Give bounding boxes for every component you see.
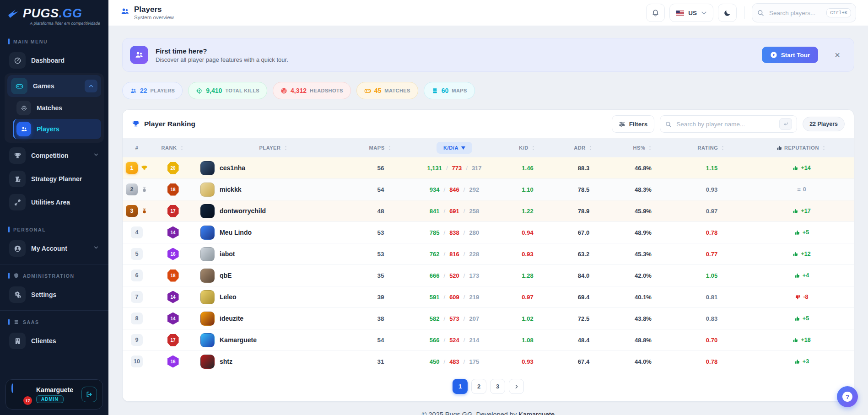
- player-cell[interactable]: mickkk: [195, 183, 353, 197]
- locale-selector[interactable]: US: [669, 4, 713, 22]
- deaths-value: 520: [449, 272, 459, 279]
- sidebar-item-matches[interactable]: Matches: [13, 98, 101, 118]
- sidebar-item-players[interactable]: Players: [13, 119, 101, 139]
- sidebar-item-clientes[interactable]: Clientes: [5, 330, 103, 352]
- next-page-button[interactable]: [509, 379, 524, 394]
- column-header-rating[interactable]: RATING: [674, 145, 749, 151]
- column-header-hs[interactable]: HS%: [612, 145, 674, 151]
- stat-maps[interactable]: 60MAPS: [424, 82, 475, 99]
- stat-matches[interactable]: 45MATCHES: [356, 82, 418, 99]
- column-header-kda[interactable]: K/D/A: [409, 142, 500, 154]
- help-button[interactable]: ?: [837, 386, 858, 407]
- deaths-value: 773: [452, 165, 462, 172]
- rating-cell: 0.97: [674, 208, 749, 215]
- kda-sort-pill[interactable]: K/D/A: [437, 142, 472, 154]
- player-avatar: [200, 247, 215, 261]
- page-button-3[interactable]: 3: [490, 379, 505, 394]
- dark-mode-toggle[interactable]: [718, 4, 737, 22]
- player-cell[interactable]: qbE: [195, 269, 353, 283]
- table-row[interactable]: 814ideuzite38582/573/2071.0272.543.8%0.8…: [123, 307, 854, 329]
- page-button-2[interactable]: 2: [471, 379, 486, 394]
- player-cell[interactable]: dontworrychild: [195, 204, 353, 218]
- users-icon: [16, 122, 31, 136]
- table-row[interactable]: 516iabot53762/816/2280.9363.245.3%0.77+1…: [123, 243, 854, 264]
- section-label-main-menu: MAIN MENU: [0, 35, 108, 48]
- sidebar-item-competition[interactable]: Competition: [5, 145, 103, 167]
- section-accent-bar: [8, 38, 10, 44]
- column-header-maps[interactable]: MAPS: [353, 145, 409, 151]
- search-icon: [757, 9, 764, 16]
- notifications-button[interactable]: [646, 4, 665, 22]
- stat-headshots[interactable]: 4,312HEADSHOTS: [273, 82, 351, 99]
- column-header-rank[interactable]: RANK: [151, 145, 195, 151]
- stat-players[interactable]: 22PLAYERS: [122, 82, 183, 99]
- kd-cell: 1.28: [500, 272, 555, 279]
- table-row[interactable]: 414Meu Lindo53785/838/2800.9467.048.9%0.…: [123, 221, 854, 243]
- table-row[interactable]: 120ces1nha561,131/773/3171.4688.346.8%1.…: [123, 157, 854, 178]
- position-badge: 6: [131, 269, 143, 281]
- sidebar-item-my-account[interactable]: My Account: [5, 237, 103, 259]
- position-cell: 3: [123, 205, 151, 217]
- user-icon: [9, 240, 26, 257]
- player-cell[interactable]: Kamarguete: [195, 333, 353, 347]
- start-tour-button[interactable]: Start Tour: [762, 47, 819, 63]
- table-row[interactable]: 917Kamarguete54566/524/2141.0848.448.8%0…: [123, 329, 854, 350]
- footer: © 2025 Pugs.GG. Developed by Kamarguete: [122, 402, 854, 415]
- search-input[interactable]: [768, 9, 822, 17]
- kda-cell: 841/691/258: [409, 208, 500, 215]
- chevron-up-icon[interactable]: [85, 80, 97, 92]
- rating-cell: 0.81: [674, 294, 749, 301]
- maps-value: 31: [377, 358, 384, 365]
- close-icon[interactable]: ×: [832, 50, 843, 60]
- player-cell[interactable]: ideuzite: [195, 312, 353, 326]
- player-cell[interactable]: iabot: [195, 247, 353, 261]
- column-header-reputation[interactable]: REPUTATION: [749, 145, 854, 151]
- deaths-value: 483: [449, 358, 459, 365]
- sidebar-item-games[interactable]: Games: [7, 75, 101, 97]
- sidebar-item-utilities-area[interactable]: Utilities Area: [5, 191, 103, 213]
- stat-value: 22: [140, 87, 147, 94]
- player-cell[interactable]: shtz: [195, 355, 353, 369]
- table-row[interactable]: 317dontworrychild48841/691/2581.2278.945…: [123, 200, 854, 221]
- player-name: ces1nha: [220, 164, 245, 172]
- stat-value: 9,410: [206, 87, 222, 94]
- chevron-down-icon[interactable]: [93, 244, 99, 253]
- brand-logo[interactable]: PUGS.GG A plataforma líder em competitiv…: [0, 0, 108, 31]
- logo-swoosh-icon: [8, 9, 20, 19]
- adr-cell: 69.4: [555, 294, 612, 301]
- player-search-input[interactable]: [675, 120, 776, 128]
- chevron-down-icon[interactable]: [93, 151, 99, 160]
- column-header-kd[interactable]: K/D: [500, 145, 555, 151]
- developer-link[interactable]: Kamarguete: [518, 411, 555, 415]
- sidebar-item-strategy-planner[interactable]: Strategy Planner: [5, 168, 103, 190]
- table-row[interactable]: 714Leleo39591/609/2190.9769.440.1%0.81-8: [123, 286, 854, 307]
- sort-icon: [588, 145, 593, 151]
- table-row[interactable]: 618qbE35666/520/1731.2884.042.0%1.05+4: [123, 264, 854, 286]
- kda-separator: /: [444, 358, 446, 365]
- user-card[interactable]: 17 Kamarguete ADMIN: [5, 379, 103, 410]
- kda-separator: /: [444, 208, 446, 215]
- logout-button[interactable]: [81, 387, 97, 402]
- player-avatar: [200, 312, 215, 326]
- column-header-adr[interactable]: ADR: [555, 145, 612, 151]
- table-row[interactable]: 1016shtz31450/483/1750.9367.444.0%0.78+3: [123, 350, 854, 372]
- column-header-player[interactable]: PLAYER: [195, 145, 353, 151]
- sidebar-item-settings[interactable]: Settings: [5, 284, 103, 306]
- sidebar-item-dashboard[interactable]: Dashboard: [5, 49, 103, 71]
- users-icon: [130, 46, 148, 64]
- kda-cell: 582/573/207: [409, 315, 500, 322]
- player-cell[interactable]: ces1nha: [195, 161, 353, 175]
- player-count-badge: 22 Players: [803, 117, 845, 131]
- rating-cell: 0.78: [674, 358, 749, 365]
- stat-total-kills[interactable]: 9,410TOTAL KILLS: [188, 82, 267, 99]
- page-button-1[interactable]: 1: [453, 379, 468, 394]
- kda-cell: 450/483/175: [409, 358, 500, 365]
- player-cell[interactable]: Meu Lindo: [195, 226, 353, 240]
- deaths-value: 838: [449, 229, 459, 236]
- player-cell[interactable]: Leleo: [195, 290, 353, 304]
- filters-button[interactable]: Filters: [612, 115, 655, 133]
- adr-cell: 84.0: [555, 272, 612, 279]
- rank-cell: 14: [151, 313, 195, 325]
- table-row[interactable]: 218mickkk54934/846/2921.1078.548.3%0.93=…: [123, 178, 854, 200]
- hs-cell: 40.1%: [612, 294, 674, 301]
